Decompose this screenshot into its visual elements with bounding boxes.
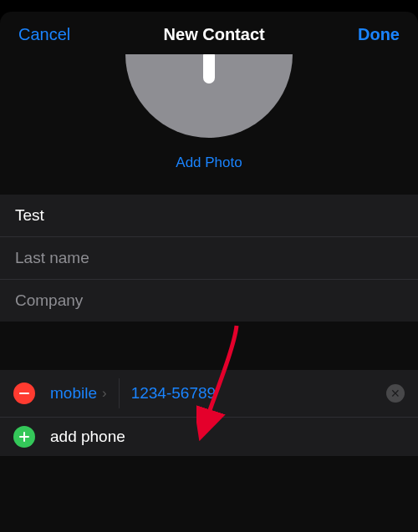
section-gap (0, 322, 418, 370)
first-name-field[interactable]: Test (0, 195, 418, 237)
header-bar: Cancel New Contact Done (0, 12, 418, 54)
plus-icon-h (19, 436, 29, 438)
chevron-right-icon: › (102, 385, 107, 402)
cancel-button[interactable]: Cancel (18, 25, 70, 44)
add-phone-label: add phone (50, 428, 125, 446)
phone-number-input[interactable]: 1234-56789 (131, 384, 386, 403)
phone-label-selector[interactable]: mobile (50, 384, 97, 403)
phone-entry-row: mobile › 1234-56789 ✕ (0, 370, 418, 418)
close-icon: ✕ (390, 388, 400, 399)
photo-section: Add Photo (0, 54, 418, 195)
add-photo-button[interactable]: Add Photo (176, 155, 242, 171)
page-title: New Contact (164, 25, 265, 44)
done-button[interactable]: Done (358, 25, 400, 44)
clear-phone-button[interactable]: ✕ (386, 384, 405, 403)
new-contact-sheet: Cancel New Contact Done Add Photo Test L… (0, 12, 418, 532)
name-fields-group: Test Last name Company (0, 195, 418, 322)
phone-fields-group: mobile › 1234-56789 ✕ add phone (0, 370, 418, 456)
add-phone-row[interactable]: add phone (0, 418, 418, 456)
company-field[interactable]: Company (0, 280, 418, 322)
avatar-placeholder[interactable] (125, 54, 293, 138)
vertical-divider (119, 378, 120, 408)
add-phone-button[interactable] (13, 426, 35, 448)
minus-icon (19, 393, 29, 395)
delete-phone-button[interactable] (13, 383, 35, 404)
last-name-field[interactable]: Last name (0, 237, 418, 280)
